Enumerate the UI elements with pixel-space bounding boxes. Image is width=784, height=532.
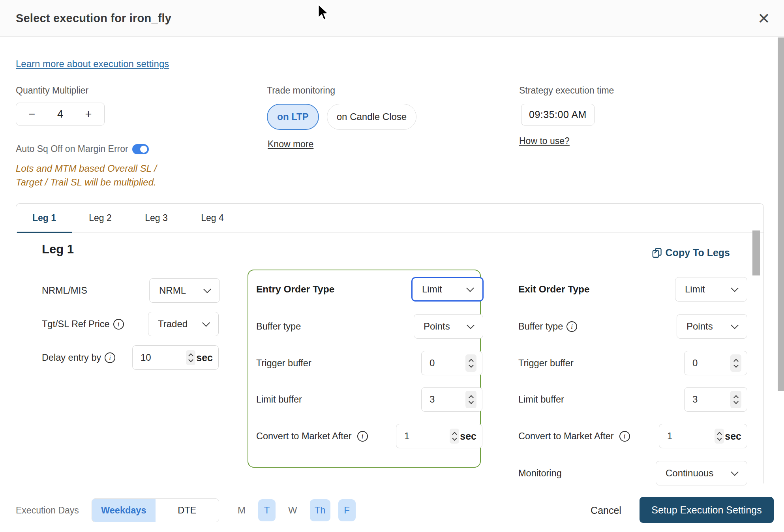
entry-order-type-select[interactable]: Limit [411,277,484,302]
entry-convert-market-text: Convert to Market After [256,431,352,442]
exit-buffer-type-text: Buffer type [518,321,563,332]
day-tuesday[interactable]: T [258,499,276,521]
tab-leg-3[interactable]: Leg 3 [128,204,184,232]
entry-convert-market-input[interactable]: 1 sec [396,424,482,448]
know-more-link[interactable]: Know more [268,139,313,150]
exit-convert-market-value: 1 [667,431,672,442]
execution-days-label: Execution Days [16,505,79,516]
info-icon[interactable] [113,319,124,330]
info-icon[interactable] [619,431,630,442]
chevron-down-icon [467,321,475,329]
page-scrollbar-thumb[interactable] [778,37,784,391]
quantity-multiplier-label: Quantity Multiplier [16,85,88,96]
exit-trigger-buffer-value: 0 [692,358,698,369]
exit-limit-buffer-label: Limit buffer [518,394,564,405]
entry-trigger-buffer-label: Trigger buffer [256,358,311,369]
execution-days-mode-toggle: Weekdays DTE [92,498,219,522]
cancel-button[interactable]: Cancel [580,500,632,520]
chevron-down-icon [203,285,211,293]
tgt-sl-ref-price-label: Tgt/SL Ref Price [42,319,124,330]
entry-order-type-value: Limit [422,284,442,295]
mode-dte[interactable]: DTE [156,499,219,522]
day-friday[interactable]: F [338,499,356,521]
leg-panel-heading: Leg 1 [42,242,74,257]
spinner-icon[interactable] [730,391,741,408]
quantity-decrement-button[interactable]: − [25,108,39,121]
entry-limit-buffer-input[interactable]: 3 [421,387,482,412]
strategy-execution-time-input[interactable]: 09:35:00 AM [521,104,595,126]
exit-convert-market-input[interactable]: 1 sec [659,424,747,448]
exit-order-type-select[interactable]: Limit [675,277,747,302]
entry-trigger-buffer-value: 0 [430,358,435,369]
leg-panel: Leg 1 Leg 2 Leg 3 Leg 4 Leg 1 Copy To Le… [16,203,764,483]
exit-limit-buffer-input[interactable]: 3 [684,387,747,412]
chevron-down-icon [202,319,210,327]
exit-buffer-type-value: Points [686,321,713,332]
day-monday[interactable]: M [233,499,250,521]
info-icon[interactable] [357,431,368,442]
exit-monitoring-select[interactable]: Continuous [656,461,747,485]
copy-to-legs-label: Copy To Legs [666,247,730,259]
leg-tabs: Leg 1 Leg 2 Leg 3 Leg 4 [16,204,763,233]
info-icon[interactable] [566,321,577,332]
exit-order-type-label: Exit Order Type [518,284,590,295]
entry-convert-market-value: 1 [404,431,409,442]
exit-order-type-value: Limit [685,284,705,295]
mode-weekdays[interactable]: Weekdays [92,499,156,522]
spinner-icon[interactable] [450,429,459,444]
copy-to-legs-button[interactable]: Copy To Legs [652,247,730,259]
exit-convert-market-text: Convert to Market After [518,431,614,442]
toggle-knob [140,146,147,153]
entry-buffer-type-value: Points [424,321,450,332]
tab-leg-2[interactable]: Leg 2 [72,204,128,232]
how-to-use-link[interactable]: How to use? [519,136,570,146]
spinner-icon[interactable] [186,350,195,365]
auto-sq-off-toggle[interactable] [132,144,149,154]
delay-entry-input[interactable]: 10 sec [132,345,219,370]
spinner-icon[interactable] [715,429,724,444]
page-scrollbar[interactable] [777,37,784,532]
tgt-sl-ref-price-value: Traded [158,318,188,330]
day-thursday[interactable]: Th [310,499,330,521]
trade-monitoring-on-candle-close[interactable]: on Candle Close [327,104,416,130]
spinner-icon[interactable] [465,391,476,408]
exit-convert-market-label: Convert to Market After [518,431,630,442]
spinner-icon[interactable] [465,354,476,372]
learn-more-link[interactable]: Learn more about execution settings [16,58,169,69]
nrml-mis-label: NRML/MIS [42,285,87,296]
warning-line-1: Lots and MTM based Overall SL / [16,162,157,176]
auto-sq-off-label: Auto Sq Off on Margin Error [16,144,128,154]
panel-scrollbar-thumb[interactable] [752,230,760,275]
delay-entry-value: 10 [141,352,151,363]
mouse-cursor-icon [316,3,332,22]
nrml-mis-value: NRML [159,285,186,296]
day-wednesday[interactable]: W [283,499,302,521]
tab-leg-4[interactable]: Leg 4 [184,204,240,232]
tgt-sl-ref-price-select[interactable]: Traded [148,312,219,336]
setup-execution-settings-button[interactable]: Setup Execution Settings [640,497,774,523]
warning-line-2: Target / Trail SL will be multiplied. [16,176,157,189]
entry-order-type-label: Entry Order Type [256,284,334,295]
nrml-mis-select[interactable]: NRML [149,278,220,303]
entry-buffer-type-label: Buffer type [256,321,301,332]
close-icon[interactable]: ✕ [755,9,773,28]
clipboard-icon [652,247,662,258]
exit-trigger-buffer-label: Trigger buffer [518,358,574,369]
quantity-increment-button[interactable]: + [81,108,96,121]
quantity-value: 4 [57,108,63,120]
chevron-down-icon [731,468,739,476]
info-icon[interactable] [105,352,115,363]
weekday-selector: M T W Th F [233,499,356,522]
entry-buffer-type-select[interactable]: Points [414,314,483,339]
spinner-icon[interactable] [730,354,741,372]
exit-buffer-type-select[interactable]: Points [677,314,747,339]
trade-monitoring-on-ltp[interactable]: on LTP [267,104,319,130]
entry-trigger-buffer-input[interactable]: 0 [421,351,482,375]
chevron-down-icon [731,321,739,329]
chevron-down-icon [731,284,739,292]
delay-entry-unit: sec [196,352,213,363]
tab-leg-1[interactable]: Leg 1 [16,204,72,232]
entry-limit-buffer-value: 3 [430,394,435,405]
exit-trigger-buffer-input[interactable]: 0 [684,351,747,375]
trade-monitoring-label: Trade monitoring [267,85,335,96]
